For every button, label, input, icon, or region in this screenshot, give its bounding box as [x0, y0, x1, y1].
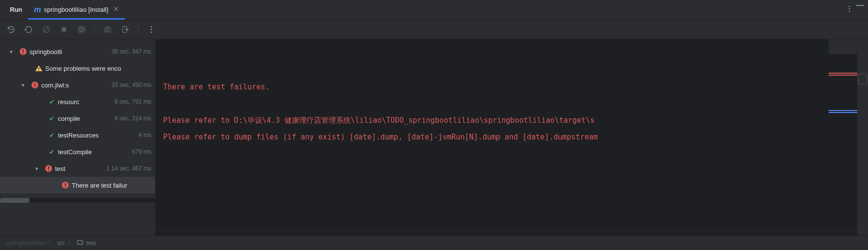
- gutter-marker[interactable]: [858, 74, 867, 84]
- error-icon: [61, 181, 70, 189]
- close-icon[interactable]: [113, 6, 119, 13]
- more-icon[interactable]: [146, 25, 156, 34]
- tree-root-label: springbootli: [29, 48, 62, 56]
- svg-rect-20: [34, 86, 35, 87]
- svg-rect-23: [48, 170, 49, 171]
- tree-warning-label: Some problems were enco: [45, 65, 121, 72]
- right-gutter: [857, 39, 868, 235]
- exit-icon[interactable]: [120, 25, 130, 34]
- toggle-skip-icon[interactable]: [41, 25, 51, 34]
- folder-icon: [77, 239, 84, 247]
- svg-point-5: [80, 28, 83, 31]
- svg-rect-17: [38, 70, 39, 71]
- stop-icon[interactable]: [59, 25, 69, 34]
- step-time: 8 sec, 314 ms: [114, 115, 151, 122]
- rerun-failed-icon[interactable]: [24, 25, 33, 34]
- tree-failure-label: There are test failur: [72, 182, 127, 189]
- svg-point-12: [151, 31, 152, 33]
- separator: [94, 25, 95, 34]
- console-output[interactable]: There are test failures. Please refer to…: [155, 39, 868, 235]
- breadcrumb-test[interactable]: test: [86, 240, 96, 247]
- svg-rect-14: [23, 50, 24, 52]
- svg-rect-16: [38, 67, 39, 69]
- check-icon: ✔: [47, 98, 56, 106]
- tree-step-testcompile[interactable]: ✔ testCompile 679 ms: [0, 143, 155, 160]
- content: ▾ springbootli 38 sec, 347 ms Some probl…: [0, 39, 868, 235]
- tree-test-label: test: [55, 165, 65, 172]
- tab-build-label: springbootliliao [install]: [44, 6, 109, 13]
- breadcrumb-bar: springbootliliao 〉 src 〉 test: [0, 235, 868, 250]
- tree-warning[interactable]: Some problems were enco: [0, 60, 155, 77]
- tree-test-time: 1 14 sec, 467 ms: [107, 165, 151, 172]
- test-tree: ▾ springbootli 38 sec, 347 ms Some probl…: [0, 39, 155, 235]
- svg-rect-15: [23, 53, 24, 54]
- tree-step-compile[interactable]: ✔ compile 8 sec, 314 ms: [0, 110, 155, 127]
- minimize-icon[interactable]: [856, 5, 864, 6]
- step-label: resourc: [58, 98, 79, 106]
- tab-run[interactable]: Run: [4, 0, 28, 20]
- check-icon: ✔: [47, 132, 56, 139]
- svg-rect-22: [48, 167, 49, 169]
- separator: [138, 25, 139, 34]
- more-options-icon[interactable]: [845, 5, 853, 14]
- step-time: 6 sec, 791 ms: [114, 98, 151, 105]
- svg-point-0: [849, 6, 850, 7]
- tab-run-label: Run: [10, 6, 22, 13]
- rerun-icon[interactable]: [6, 25, 16, 34]
- scrollbar-thumb[interactable]: [0, 198, 29, 203]
- tree-step-testresources[interactable]: ✔ testResources 4 ms: [0, 127, 155, 143]
- tabs-bar: Run m springbootliliao [install]: [0, 0, 868, 20]
- tree-step-resources[interactable]: ✔ resourc 6 sec, 791 ms: [0, 93, 155, 110]
- console-line: Please refer to dump files (if any exist…: [163, 133, 598, 141]
- tree-test[interactable]: ▾ test 1 14 sec, 467 ms: [0, 160, 155, 177]
- svg-point-2: [849, 11, 850, 12]
- breadcrumb-src[interactable]: src: [57, 240, 65, 247]
- step-time: 4 ms: [139, 132, 151, 139]
- error-icon: [19, 48, 28, 56]
- console-line: There are test failures.: [163, 83, 270, 91]
- svg-point-1: [849, 8, 850, 10]
- error-icon: [30, 81, 39, 89]
- breadcrumb-root[interactable]: springbootliliao: [6, 240, 45, 247]
- step-label: compile: [58, 115, 80, 122]
- svg-point-6: [78, 26, 85, 32]
- breadcrumb-separator: 〉: [48, 239, 54, 247]
- step-time: 679 ms: [132, 148, 151, 155]
- tree-module-label: com.jlwl:s: [41, 82, 69, 89]
- chevron-down-icon: ▾: [22, 82, 28, 88]
- svg-point-8: [106, 28, 109, 31]
- chevron-down-icon: ▾: [35, 166, 42, 172]
- tree-failure[interactable]: There are test failur: [0, 177, 155, 194]
- step-label: testResources: [58, 132, 99, 139]
- svg-point-11: [151, 28, 152, 30]
- console-scrollbar[interactable]: [155, 230, 868, 235]
- error-icon: [44, 165, 53, 172]
- svg-rect-4: [62, 27, 66, 31]
- maven-icon: m: [34, 5, 41, 14]
- svg-point-10: [151, 26, 152, 27]
- breadcrumb-separator: 〉: [68, 239, 74, 247]
- show-passed-icon[interactable]: [77, 25, 86, 34]
- console-line: Please refer to D:\毕设\4.3 健康理疗店管理系统\lili…: [163, 116, 594, 125]
- chevron-down-icon: ▾: [10, 49, 17, 55]
- tree-root[interactable]: ▾ springbootli 38 sec, 347 ms: [0, 43, 155, 60]
- svg-rect-26: [65, 187, 66, 188]
- warning-icon: [34, 64, 43, 72]
- tree-module[interactable]: ▾ com.jlwl:s 33 sec, 450 ms: [0, 77, 155, 93]
- tab-build[interactable]: m springbootliliao [install]: [28, 0, 125, 20]
- tree-scrollbar[interactable]: [0, 197, 155, 202]
- svg-rect-19: [34, 83, 35, 85]
- tree-root-time: 38 sec, 347 ms: [112, 48, 151, 55]
- screenshot-icon[interactable]: [103, 25, 112, 34]
- toolbar: [0, 20, 868, 39]
- step-label: testCompile: [58, 148, 92, 156]
- tree-module-time: 33 sec, 450 ms: [112, 82, 151, 88]
- check-icon: ✔: [47, 148, 56, 156]
- svg-rect-25: [65, 183, 66, 186]
- check-icon: ✔: [47, 115, 56, 122]
